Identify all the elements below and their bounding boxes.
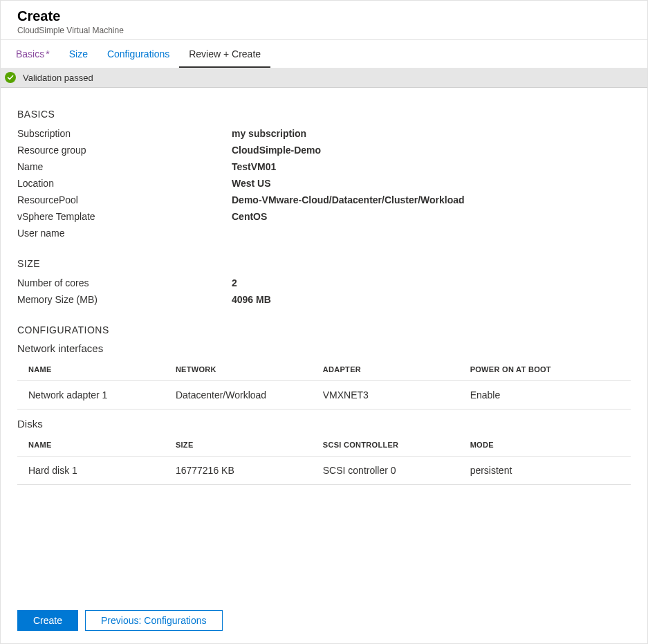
col-nic-power: POWER ON AT BOOT	[459, 358, 631, 381]
col-disk-size: SIZE	[165, 434, 312, 457]
row-name: Name TestVM01	[17, 158, 631, 175]
tab-basics[interactable]: Basics*	[6, 40, 59, 68]
row-location: Location West US	[17, 175, 631, 192]
cell-nic-name: Network adapter 1	[17, 381, 165, 410]
validation-status-bar: Validation passed	[1, 68, 647, 88]
value-vsphere-template: CentOS	[232, 211, 267, 222]
value-resource-group: CloudSimple-Demo	[232, 145, 321, 156]
heading-network-interfaces: Network interfaces	[17, 342, 631, 354]
tab-basics-label: Basics	[16, 48, 44, 59]
section-title-configurations: CONFIGURATIONS	[17, 324, 631, 335]
label-name: Name	[17, 161, 232, 172]
create-button[interactable]: Create	[17, 610, 78, 631]
row-resource-group: Resource group CloudSimple-Demo	[17, 142, 631, 158]
section-title-basics: BASICS	[17, 109, 631, 120]
col-nic-name: NAME	[17, 358, 165, 381]
row-memory: Memory Size (MB) 4096 MB	[17, 291, 631, 308]
label-resource-pool: ResourcePool	[17, 194, 232, 205]
heading-disks: Disks	[17, 418, 631, 430]
row-cores: Number of cores 2	[17, 275, 631, 291]
cell-disk-name: Hard disk 1	[17, 457, 165, 485]
label-cores: Number of cores	[17, 277, 232, 288]
table-row: Network adapter 1 Datacenter/Workload VM…	[17, 381, 631, 410]
tab-review-create[interactable]: Review + Create	[179, 40, 270, 68]
section-title-size: SIZE	[17, 258, 631, 269]
svg-point-0	[5, 72, 16, 83]
row-resource-pool: ResourcePool Demo-VMware-Cloud/Datacente…	[17, 192, 631, 208]
col-disk-scsi: SCSI CONTROLLER	[312, 434, 459, 457]
value-name: TestVM01	[232, 161, 276, 172]
cell-disk-mode: persistent	[459, 457, 631, 485]
value-memory: 4096 MB	[232, 294, 271, 305]
label-vsphere-template: vSphere Template	[17, 211, 232, 222]
col-disk-name: NAME	[17, 434, 165, 457]
validation-message: Validation passed	[23, 73, 93, 83]
value-resource-pool: Demo-VMware-Cloud/Datacenter/Cluster/Wor…	[232, 194, 465, 205]
tab-size[interactable]: Size	[59, 40, 98, 68]
page-title: Create	[17, 8, 631, 24]
cell-disk-size: 16777216 KB	[165, 457, 312, 485]
cell-nic-network: Datacenter/Workload	[165, 381, 312, 410]
label-location: Location	[17, 178, 232, 189]
wizard-tabs: Basics* Size Configurations Review + Cre…	[1, 40, 647, 68]
label-user-name: User name	[17, 228, 232, 239]
row-user-name: User name	[17, 225, 631, 241]
col-nic-adapter: ADAPTER	[312, 358, 459, 381]
network-interfaces-table: NAME NETWORK ADAPTER POWER ON AT BOOT Ne…	[17, 358, 631, 410]
label-memory: Memory Size (MB)	[17, 294, 232, 305]
cell-nic-adapter: VMXNET3	[312, 381, 459, 410]
value-location: West US	[232, 178, 271, 189]
value-cores: 2	[232, 277, 237, 288]
col-nic-network: NETWORK	[165, 358, 312, 381]
label-resource-group: Resource group	[17, 145, 232, 156]
page-subtitle: CloudSimple Virtual Machine	[17, 26, 631, 35]
label-subscription: Subscription	[17, 128, 232, 139]
cell-nic-power: Enable	[459, 381, 631, 410]
cell-disk-scsi: SCSI controller 0	[312, 457, 459, 485]
row-subscription: Subscription my subscription	[17, 125, 631, 142]
value-subscription: my subscription	[232, 128, 306, 139]
table-row: Hard disk 1 16777216 KB SCSI controller …	[17, 457, 631, 485]
disks-table: NAME SIZE SCSI CONTROLLER MODE Hard disk…	[17, 434, 631, 485]
previous-button[interactable]: Previous: Configurations	[85, 610, 223, 631]
row-vsphere-template: vSphere Template CentOS	[17, 208, 631, 225]
modified-indicator-icon: *	[46, 48, 49, 59]
col-disk-mode: MODE	[459, 434, 631, 457]
tab-configurations[interactable]: Configurations	[98, 40, 179, 68]
check-circle-icon	[5, 72, 16, 83]
